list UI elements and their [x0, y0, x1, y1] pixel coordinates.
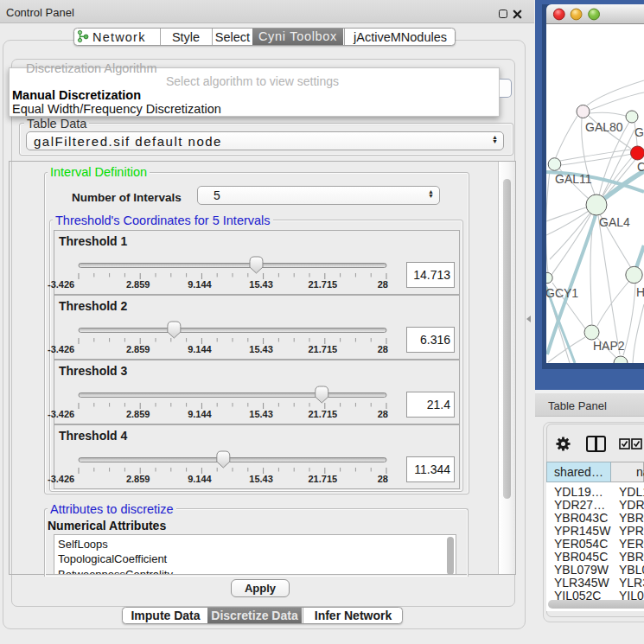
svg-text:C: C: [637, 160, 644, 174]
svg-text:GAL80: GAL80: [585, 120, 623, 134]
svg-text:GA: GA: [634, 125, 644, 139]
svg-text:HAP2: HAP2: [593, 339, 625, 353]
svg-text:H: H: [636, 285, 644, 299]
svg-text:GCY1: GCY1: [546, 286, 578, 300]
svg-text:GAL11: GAL11: [555, 172, 592, 186]
svg-text:GAL4: GAL4: [599, 215, 630, 229]
